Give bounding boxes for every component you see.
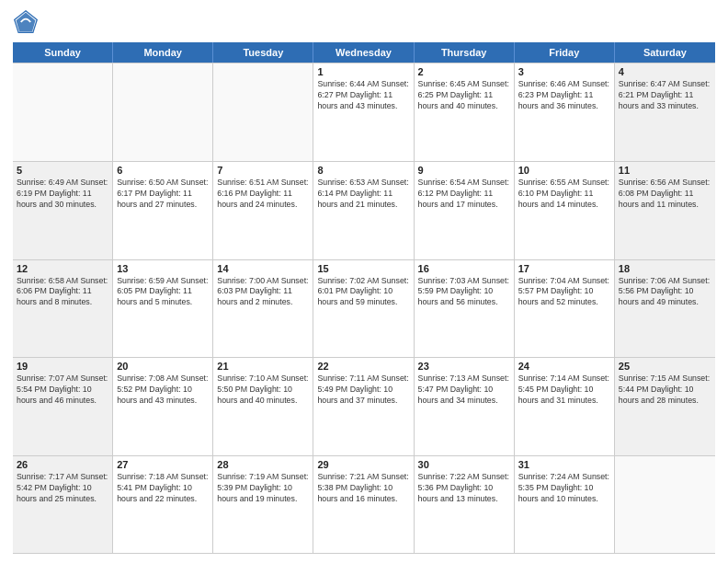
day-info: Sunrise: 6:49 AM Sunset: 6:19 PM Dayligh… (17, 178, 108, 211)
calendar-cell-25: 25Sunrise: 7:15 AM Sunset: 5:44 PM Dayli… (615, 358, 715, 455)
day-number: 2 (418, 66, 510, 77)
calendar-cell-empty-1 (113, 63, 213, 161)
calendar-cell-10: 10Sunrise: 6:55 AM Sunset: 6:10 PM Dayli… (515, 162, 615, 259)
calendar-cell-28: 28Sunrise: 7:19 AM Sunset: 5:39 PM Dayli… (213, 456, 313, 553)
calendar-cell-22: 22Sunrise: 7:11 AM Sunset: 5:49 PM Dayli… (313, 358, 414, 455)
weekday-header-friday: Friday (515, 42, 615, 63)
day-number: 11 (619, 165, 711, 176)
day-info: Sunrise: 7:15 AM Sunset: 5:44 PM Dayligh… (619, 373, 711, 407)
calendar-cell-11: 11Sunrise: 6:56 AM Sunset: 6:08 PM Dayli… (615, 162, 715, 259)
weekday-header-sunday: Sunday (13, 42, 113, 63)
weekday-header-monday: Monday (113, 42, 213, 63)
calendar-cell-12: 12Sunrise: 6:58 AM Sunset: 6:06 PM Dayli… (13, 260, 113, 358)
calendar-cell-24: 24Sunrise: 7:14 AM Sunset: 5:45 PM Dayli… (515, 358, 615, 455)
day-number: 16 (418, 263, 510, 274)
day-info: Sunrise: 7:02 AM Sunset: 6:01 PM Dayligh… (317, 276, 409, 309)
day-info: Sunrise: 6:50 AM Sunset: 6:17 PM Dayligh… (117, 178, 209, 211)
calendar-cell-26: 26Sunrise: 7:17 AM Sunset: 5:42 PM Dayli… (13, 456, 113, 553)
calendar-cell-15: 15Sunrise: 7:02 AM Sunset: 6:01 PM Dayli… (313, 260, 414, 358)
day-info: Sunrise: 6:58 AM Sunset: 6:06 PM Dayligh… (17, 276, 108, 309)
weekday-header-wednesday: Wednesday (313, 42, 414, 63)
calendar-cell-13: 13Sunrise: 6:59 AM Sunset: 6:05 PM Dayli… (113, 260, 213, 358)
day-number: 17 (518, 263, 610, 274)
day-number: 3 (518, 66, 610, 77)
day-info: Sunrise: 7:24 AM Sunset: 5:35 PM Dayligh… (518, 472, 610, 505)
day-info: Sunrise: 6:55 AM Sunset: 6:10 PM Dayligh… (518, 178, 610, 211)
calendar-cell-29: 29Sunrise: 7:21 AM Sunset: 5:38 PM Dayli… (313, 456, 414, 553)
calendar-cell-23: 23Sunrise: 7:13 AM Sunset: 5:47 PM Dayli… (415, 358, 515, 455)
page: SundayMondayTuesdayWednesdayThursdayFrid… (0, 0, 728, 563)
day-info: Sunrise: 7:04 AM Sunset: 5:57 PM Dayligh… (518, 276, 610, 309)
day-info: Sunrise: 7:17 AM Sunset: 5:42 PM Dayligh… (17, 472, 108, 505)
weekday-header-thursday: Thursday (415, 42, 515, 63)
day-info: Sunrise: 6:59 AM Sunset: 6:05 PM Dayligh… (117, 276, 209, 309)
calendar-row-4: 19Sunrise: 7:07 AM Sunset: 5:54 PM Dayli… (13, 357, 715, 455)
day-number: 15 (317, 263, 409, 274)
calendar-cell-27: 27Sunrise: 7:18 AM Sunset: 5:41 PM Dayli… (113, 456, 213, 553)
day-number: 6 (117, 165, 209, 176)
day-info: Sunrise: 7:08 AM Sunset: 5:52 PM Dayligh… (117, 373, 209, 407)
day-number: 13 (117, 263, 209, 274)
day-number: 20 (117, 361, 209, 372)
svg-marker-0 (17, 13, 36, 32)
calendar-cell-7: 7Sunrise: 6:51 AM Sunset: 6:16 PM Daylig… (213, 162, 313, 259)
calendar-header: SundayMondayTuesdayWednesdayThursdayFrid… (13, 42, 715, 63)
calendar-cell-30: 30Sunrise: 7:22 AM Sunset: 5:36 PM Dayli… (415, 456, 515, 553)
calendar-row-5: 26Sunrise: 7:17 AM Sunset: 5:42 PM Dayli… (13, 455, 715, 554)
calendar-cell-17: 17Sunrise: 7:04 AM Sunset: 5:57 PM Dayli… (515, 260, 615, 358)
day-number: 28 (217, 459, 309, 470)
calendar-row-1: 1Sunrise: 6:44 AM Sunset: 6:27 PM Daylig… (13, 63, 715, 161)
calendar-cell-1: 1Sunrise: 6:44 AM Sunset: 6:27 PM Daylig… (313, 63, 414, 161)
calendar-cell-9: 9Sunrise: 6:54 AM Sunset: 6:12 PM Daylig… (415, 162, 515, 259)
calendar-cell-21: 21Sunrise: 7:10 AM Sunset: 5:50 PM Dayli… (213, 358, 313, 455)
calendar-cell-5: 5Sunrise: 6:49 AM Sunset: 6:19 PM Daylig… (13, 162, 113, 259)
day-number: 23 (418, 361, 510, 372)
calendar-cell-3: 3Sunrise: 6:46 AM Sunset: 6:23 PM Daylig… (515, 63, 615, 161)
day-number: 26 (17, 459, 108, 470)
calendar-row-3: 12Sunrise: 6:58 AM Sunset: 6:06 PM Dayli… (13, 259, 715, 358)
day-number: 18 (619, 263, 711, 274)
calendar-cell-19: 19Sunrise: 7:07 AM Sunset: 5:54 PM Dayli… (13, 358, 113, 455)
day-info: Sunrise: 6:53 AM Sunset: 6:14 PM Dayligh… (317, 178, 409, 211)
day-number: 8 (317, 165, 409, 176)
calendar-cell-14: 14Sunrise: 7:00 AM Sunset: 6:03 PM Dayli… (213, 260, 313, 358)
calendar-cell-18: 18Sunrise: 7:06 AM Sunset: 5:56 PM Dayli… (615, 260, 715, 358)
day-number: 31 (518, 459, 610, 470)
header (13, 9, 715, 35)
day-info: Sunrise: 7:22 AM Sunset: 5:36 PM Dayligh… (418, 472, 510, 505)
day-info: Sunrise: 7:19 AM Sunset: 5:39 PM Dayligh… (217, 472, 309, 505)
day-number: 29 (317, 459, 409, 470)
day-info: Sunrise: 7:00 AM Sunset: 6:03 PM Dayligh… (217, 276, 309, 309)
day-info: Sunrise: 7:07 AM Sunset: 5:54 PM Dayligh… (17, 373, 108, 407)
logo-icon (13, 9, 39, 35)
calendar-cell-31: 31Sunrise: 7:24 AM Sunset: 5:35 PM Dayli… (515, 456, 615, 553)
weekday-header-tuesday: Tuesday (213, 42, 313, 63)
day-info: Sunrise: 6:56 AM Sunset: 6:08 PM Dayligh… (619, 178, 711, 211)
day-info: Sunrise: 7:06 AM Sunset: 5:56 PM Dayligh… (619, 276, 711, 309)
day-info: Sunrise: 6:46 AM Sunset: 6:23 PM Dayligh… (518, 79, 610, 112)
calendar-body: 1Sunrise: 6:44 AM Sunset: 6:27 PM Daylig… (13, 63, 715, 554)
day-info: Sunrise: 7:13 AM Sunset: 5:47 PM Dayligh… (418, 373, 510, 407)
logo (13, 9, 42, 35)
calendar-row-2: 5Sunrise: 6:49 AM Sunset: 6:19 PM Daylig… (13, 161, 715, 259)
day-info: Sunrise: 7:11 AM Sunset: 5:49 PM Dayligh… (317, 373, 409, 407)
calendar-cell-8: 8Sunrise: 6:53 AM Sunset: 6:14 PM Daylig… (313, 162, 414, 259)
calendar-cell-empty-6 (615, 456, 715, 553)
calendar-cell-2: 2Sunrise: 6:45 AM Sunset: 6:25 PM Daylig… (415, 63, 515, 161)
day-number: 24 (518, 361, 610, 372)
day-info: Sunrise: 7:03 AM Sunset: 5:59 PM Dayligh… (418, 276, 510, 309)
day-info: Sunrise: 7:14 AM Sunset: 5:45 PM Dayligh… (518, 373, 610, 407)
day-number: 7 (217, 165, 309, 176)
day-number: 22 (317, 361, 409, 372)
day-info: Sunrise: 6:51 AM Sunset: 6:16 PM Dayligh… (217, 178, 309, 211)
calendar-cell-4: 4Sunrise: 6:47 AM Sunset: 6:21 PM Daylig… (615, 63, 715, 161)
day-number: 25 (619, 361, 711, 372)
day-number: 19 (17, 361, 108, 372)
calendar-cell-16: 16Sunrise: 7:03 AM Sunset: 5:59 PM Dayli… (415, 260, 515, 358)
day-info: Sunrise: 6:45 AM Sunset: 6:25 PM Dayligh… (418, 79, 510, 112)
calendar-cell-empty-0 (13, 63, 113, 161)
day-info: Sunrise: 6:47 AM Sunset: 6:21 PM Dayligh… (619, 79, 711, 112)
day-number: 21 (217, 361, 309, 372)
day-number: 14 (217, 263, 309, 274)
day-number: 1 (317, 66, 409, 77)
